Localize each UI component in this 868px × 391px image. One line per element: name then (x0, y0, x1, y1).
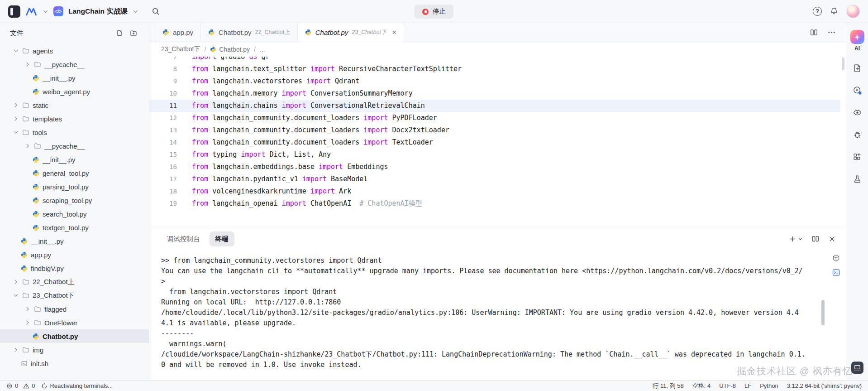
tree-folder-img[interactable]: img (0, 343, 149, 357)
tree-file-__init__.py[interactable]: __init__.py (0, 234, 149, 248)
remote-laptop-icon[interactable] (851, 362, 863, 374)
breadcrumb: 23_Chatbot下/Chatbot.py/... (149, 42, 846, 57)
tree-file-__init__.py[interactable]: __init__.py (0, 71, 149, 85)
tree-folder-static[interactable]: static (0, 98, 149, 112)
shell-file-icon (21, 360, 28, 367)
problems-indicator[interactable]: 0 0 (6, 382, 35, 389)
tab-Chatbot.py[interactable]: Chatbot.py23_Chatbot下× (298, 23, 404, 42)
terminal-scrollbar[interactable] (820, 249, 826, 380)
tree-file-weibo_agent.py[interactable]: weibo_agent.py (0, 85, 149, 98)
editor-scrollbar[interactable] (842, 58, 844, 70)
tree-folder-agents[interactable]: agents (0, 44, 149, 58)
user-avatar[interactable] (846, 5, 860, 18)
new-file-icon[interactable] (116, 29, 123, 37)
project-name[interactable]: LangChain 实战课 (68, 7, 128, 16)
panel-tab-调试控制台[interactable]: 调试控制台 (161, 232, 206, 246)
tab-app.py[interactable]: app.py (155, 23, 201, 42)
close-icon[interactable]: × (392, 29, 396, 37)
breadcrumb-item[interactable]: 23_Chatbot下 (161, 45, 200, 53)
tree-file-parsing_tool.py[interactable]: parsing_tool.py (0, 180, 149, 193)
search-icon[interactable] (152, 7, 160, 16)
split-panel-icon[interactable] (811, 235, 820, 243)
stop-label: 停止 (433, 7, 446, 16)
platform-logo[interactable] (25, 6, 38, 17)
more-actions-icon[interactable] (827, 28, 836, 37)
code-line-11[interactable]: 11from langchain.chains import Conversat… (149, 100, 840, 112)
stop-button[interactable]: 停止 (415, 5, 453, 19)
tree-file-findbigV.py[interactable]: findbigV.py (0, 261, 149, 275)
tab-Chatbot.py[interactable]: Chatbot.py22_Chatbot上 (201, 23, 298, 42)
tree-folder-tools[interactable]: tools (0, 126, 149, 139)
new-terminal-button[interactable] (789, 235, 803, 243)
tree-folder-flagged[interactable]: flagged (0, 302, 149, 316)
code-line-16[interactable]: 16from langchain.embeddings.base import … (149, 161, 840, 173)
tree-folder-__pycache__[interactable]: __pycache__ (0, 139, 149, 153)
beaker-icon[interactable] (847, 168, 868, 190)
tree-folder-23_Chatbot下[interactable]: 23_Chatbot下 (0, 289, 149, 302)
ai-assistant-icon[interactable] (850, 30, 864, 44)
code-editor[interactable]: 7import gradio as gr8from langchain.text… (149, 57, 846, 228)
tree-folder-OneFlower[interactable]: OneFlower (0, 316, 149, 329)
tree-file-app.py[interactable]: app.py (0, 248, 149, 261)
tree-file-Chatbot.py[interactable]: Chatbot.py (0, 329, 149, 343)
terminal-output[interactable]: >> from langchain_community.vectorstores… (149, 249, 820, 380)
bell-icon[interactable] (830, 7, 839, 16)
breadcrumb-item[interactable]: ... (260, 46, 265, 53)
panel-tab-终端[interactable]: 终端 (210, 232, 234, 246)
terminal-line: -------- (161, 328, 806, 339)
code-line-17[interactable]: 17from langchain.pydantic_v1 import Base… (149, 173, 840, 185)
tree-file-init.sh[interactable]: init.sh (0, 357, 149, 370)
cube-icon[interactable] (832, 254, 840, 262)
tree-folder-22_Chatbot上[interactable]: 22_Chatbot上 (0, 275, 149, 289)
document-export-icon[interactable] (847, 57, 868, 79)
statusbar-encoding[interactable]: UTF-8 (719, 382, 736, 389)
chevron-down-icon (13, 129, 19, 135)
tree-folder-templates[interactable]: templates (0, 112, 149, 126)
sidebar-toggle-icon[interactable] (8, 5, 20, 18)
code-line-13[interactable]: 13from langchain_community.document_load… (149, 124, 840, 136)
code-line-9[interactable]: 9from langchain.vectorstores import Qdra… (149, 75, 840, 87)
close-panel-icon[interactable] (828, 235, 836, 243)
code-line-7[interactable]: 7import gradio as gr (149, 57, 840, 63)
python-file-icon (21, 238, 28, 245)
chevron-down-icon[interactable] (133, 9, 138, 14)
tree-file-general_tool.py[interactable]: general_tool.py (0, 166, 149, 180)
terminal-status[interactable]: Reactivating terminals... (41, 382, 113, 389)
tree-item-label: __init__.py (43, 156, 76, 164)
tree-item-label: scraping_tool.py (43, 197, 92, 204)
code-line-14[interactable]: 14from langchain_community.document_load… (149, 136, 840, 149)
code-line-10[interactable]: 10from langchain.memory import Conversat… (149, 87, 840, 100)
code-line-18[interactable]: 18from volcenginesdkarkruntime import Ar… (149, 185, 840, 198)
radar-badge-icon[interactable] (847, 79, 868, 101)
tree-folder-__pycache__[interactable]: __pycache__ (0, 58, 149, 71)
chevron-down-icon[interactable] (43, 9, 48, 14)
scrollbar-thumb[interactable] (821, 300, 825, 325)
statusbar-cursor-position[interactable]: 行 11, 列 58 (653, 382, 683, 390)
statusbar-eol[interactable]: LF (744, 382, 751, 389)
code-line-8[interactable]: 8from langchain.text_splitter import Rec… (149, 63, 840, 75)
help-icon[interactable]: ? (813, 7, 822, 16)
python-file-icon (33, 170, 39, 177)
eye-icon[interactable] (847, 101, 868, 124)
code-line-19[interactable]: 19from langchain_openai import ChatOpenA… (149, 198, 840, 210)
code-line-15[interactable]: 15from typing import Dict, List, Any (149, 149, 840, 161)
line-number: 13 (149, 124, 178, 136)
split-editor-icon[interactable] (810, 28, 818, 37)
extensions-icon[interactable] (847, 146, 868, 168)
statusbar-language-mode[interactable]: Python (760, 382, 778, 389)
folder-icon (34, 319, 41, 326)
code-line-12[interactable]: 12from langchain_community.document_load… (149, 112, 840, 124)
breadcrumb-item[interactable]: Chatbot.py (210, 46, 250, 53)
tree-file-scraping_tool.py[interactable]: scraping_tool.py (0, 193, 149, 207)
bug-icon[interactable] (847, 124, 868, 146)
tree-file-search_tool.py[interactable]: search_tool.py (0, 207, 149, 221)
new-folder-icon[interactable] (130, 29, 137, 37)
tree-file-__init__.py[interactable]: __init__.py (0, 153, 149, 166)
statusbar-python-interpreter[interactable]: 3.12.2 64-bit ('shims': pyenv) (787, 382, 862, 389)
statusbar-indentation[interactable]: 空格: 4 (692, 382, 711, 390)
tree-file-textgen_tool.py[interactable]: textgen_tool.py (0, 221, 149, 234)
terminal-session-icon[interactable] (832, 268, 840, 277)
line-number: 16 (149, 161, 178, 173)
titlebar: </> LangChain 实战课 停止 ? (0, 0, 868, 23)
tree-item-label: weibo_agent.py (43, 88, 90, 96)
